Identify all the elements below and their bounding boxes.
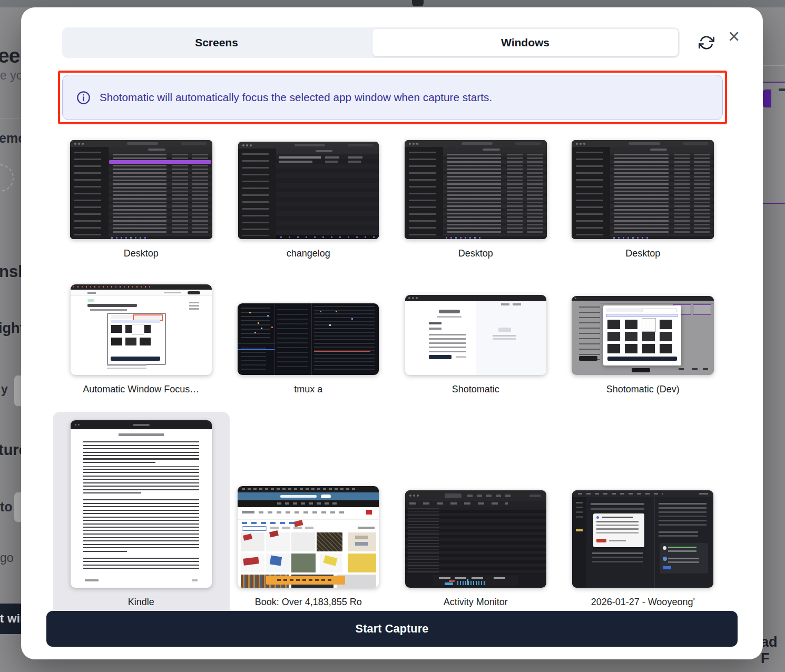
window-label: Book: Over 4,183,855 Ro (255, 597, 362, 608)
backdrop-top-strip (0, 0, 785, 7)
window-item-4[interactable]: Automatic Window Focus… (62, 284, 220, 395)
window-item-8[interactable]: Kindle (53, 412, 230, 632)
backdrop-purple-button-fragment (763, 90, 771, 107)
window-label: Shotomatic (452, 384, 499, 395)
window-thumbnail (572, 140, 714, 239)
backdrop-dash-fragment (779, 88, 785, 91)
close-button[interactable]: × (728, 26, 740, 46)
window-thumbnail (238, 303, 379, 375)
window-label: tmux a (294, 384, 322, 395)
window-item-10[interactable]: Activity Monitor (397, 490, 555, 608)
window-label: Shotomatic (Dev) (606, 384, 680, 395)
backdrop-label-fragment: go (0, 551, 14, 565)
info-banner-text: Shotomatic will automatically focus the … (100, 91, 492, 104)
dialog-header: Screens Windows × (62, 27, 722, 58)
backdrop-label-fragment: ad F (761, 634, 785, 667)
backdrop-label-fragment: to (0, 499, 13, 515)
window-label: 2026-01-27 - Wooyeong' (591, 597, 695, 608)
window-thumbnail (71, 420, 212, 588)
window-item-11[interactable]: 2026-01-27 - Wooyeong' (564, 490, 722, 608)
backdrop-dashed-circle (0, 164, 14, 192)
window-item-7[interactable]: Shotomatic (Dev) (564, 296, 722, 395)
window-item-0[interactable]: Desktop (62, 140, 220, 259)
backdrop-label-fragment: y (1, 382, 8, 397)
window-label: Desktop (124, 248, 159, 259)
backdrop-divider (0, 153, 21, 153)
capture-source-dialog: Screens Windows × Shotomati (21, 7, 763, 659)
window-item-6[interactable]: Shotomatic (397, 295, 555, 395)
annotation-highlight-box: Shotomatic will automatically focus the … (58, 71, 727, 124)
window-thumbnail (405, 140, 547, 239)
window-item-1[interactable]: changelog (230, 142, 388, 259)
info-banner: Shotomatic will automatically focus the … (62, 75, 723, 120)
window-label: Kindle (128, 597, 154, 608)
refresh-button[interactable] (699, 34, 714, 52)
window-label: Automatic Window Focus… (83, 384, 199, 395)
backdrop-input-fragment (14, 375, 22, 407)
tab-windows[interactable]: Windows (372, 29, 678, 56)
backdrop-divider (763, 65, 785, 66)
window-thumbnail (238, 486, 379, 588)
window-label: Desktop (625, 248, 660, 259)
backdrop-input-fragment (14, 492, 22, 522)
window-item-2[interactable]: Desktop (397, 140, 555, 259)
refresh-icon (699, 35, 714, 51)
window-grid: DesktopchangelogDesktopDesktopAutomatic … (62, 140, 722, 608)
window-item-3[interactable]: Desktop (564, 140, 722, 259)
window-thumbnail (405, 490, 546, 588)
source-type-tabs: Screens Windows (62, 27, 680, 58)
window-thumbnail (71, 284, 212, 375)
tab-screens[interactable]: Screens (64, 29, 369, 56)
start-capture-button[interactable]: Start Capture (46, 611, 738, 647)
window-thumbnail (238, 142, 379, 239)
window-thumbnail (70, 140, 212, 239)
window-thumbnail (405, 295, 546, 375)
backdrop-dark-notch (412, 0, 424, 6)
window-label: Desktop (458, 248, 493, 259)
window-item-5[interactable]: tmux a (230, 303, 388, 395)
window-label: changelog (287, 248, 330, 259)
backdrop-divider (0, 118, 21, 118)
backdrop-subheading-fragment: e yo (0, 68, 23, 83)
window-label: Activity Monitor (444, 597, 508, 608)
info-icon (76, 91, 91, 105)
window-thumbnail (572, 490, 713, 588)
window-thumbnail (572, 296, 714, 375)
window-item-9[interactable]: Book: Over 4,183,855 Ro (230, 486, 388, 608)
